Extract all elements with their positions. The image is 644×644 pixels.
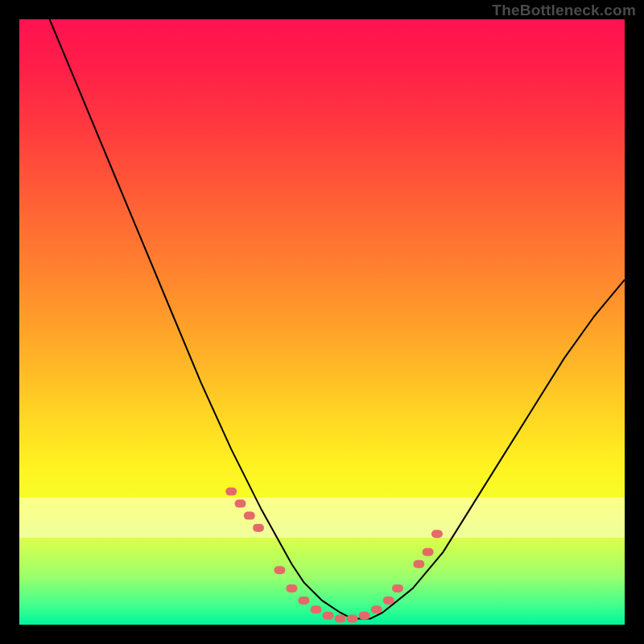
plot-frame xyxy=(19,19,625,625)
marker-dot xyxy=(235,500,246,508)
marker-dot xyxy=(392,584,403,592)
bottleneck-curve xyxy=(50,19,625,619)
marker-dot xyxy=(286,584,297,592)
bottleneck-chart xyxy=(19,19,625,625)
marker-dot xyxy=(347,615,358,623)
marker-dot xyxy=(371,605,382,613)
marker-dot xyxy=(311,605,322,613)
marker-dots xyxy=(225,488,443,623)
marker-dot xyxy=(413,560,424,568)
marker-dot xyxy=(359,612,370,620)
marker-dot xyxy=(383,597,394,605)
marker-dot xyxy=(431,530,443,538)
marker-dot xyxy=(323,612,334,620)
marker-dot xyxy=(298,597,309,605)
marker-dot xyxy=(253,524,264,532)
marker-dot xyxy=(244,512,255,520)
marker-dot xyxy=(274,566,285,574)
watermark-label: TheBottleneck.com xyxy=(492,2,636,19)
marker-dot xyxy=(335,615,346,623)
marker-dot xyxy=(423,548,434,556)
marker-dot xyxy=(225,488,237,496)
